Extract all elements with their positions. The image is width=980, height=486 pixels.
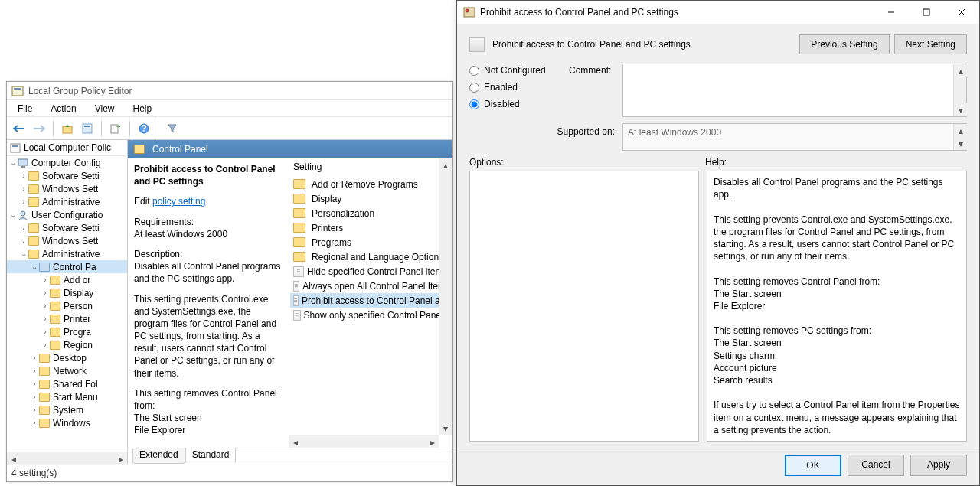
help-label: Help:	[705, 157, 727, 168]
dialog-heading: Prohibit access to Control Panel and PC …	[492, 39, 691, 50]
policy-icon: ≡	[293, 266, 304, 277]
tree-cp-regional[interactable]: Region	[64, 340, 93, 351]
tree-uc-software[interactable]: Software Setti	[42, 223, 100, 233]
dialog-icon	[463, 6, 475, 18]
svg-rect-3	[83, 124, 92, 133]
svg-point-12	[21, 211, 25, 216]
list-item[interactable]: Personalization	[290, 206, 450, 220]
policy-root-icon	[10, 142, 21, 153]
policy-icon: ≡	[293, 310, 301, 321]
list-item[interactable]: Programs	[290, 235, 450, 250]
tree-desktop[interactable]: Desktop	[53, 353, 87, 364]
svg-rect-1	[14, 88, 21, 90]
desc-d1: Disables all Control Panel programs and …	[134, 260, 283, 285]
list-item[interactable]: ≡Hide specified Control Panel items	[290, 264, 450, 279]
export-button[interactable]	[106, 119, 125, 138]
tree-cp-add[interactable]: Add or	[64, 275, 90, 285]
list-item[interactable]: ≡Always open All Control Panel Items	[290, 279, 450, 293]
detail-title: Control Panel	[152, 144, 208, 155]
tree-uc-windows[interactable]: Windows Sett	[42, 236, 98, 246]
maximize-button[interactable]	[909, 1, 944, 24]
status-bar: 4 setting(s)	[7, 465, 452, 481]
list-item[interactable]: Add or Remove Programs	[290, 177, 450, 191]
tree-user-config[interactable]: User Configuratio	[31, 210, 103, 220]
tree-system[interactable]: System	[53, 405, 83, 416]
user-icon	[18, 210, 28, 220]
radio-not-configured[interactable]: Not Configured	[469, 65, 569, 76]
filter-button[interactable]	[163, 119, 181, 138]
svg-text:?: ?	[141, 123, 146, 134]
svg-rect-10	[18, 159, 28, 165]
menu-help[interactable]: Help	[126, 102, 160, 116]
menu-action[interactable]: Action	[43, 102, 83, 116]
comment-textarea[interactable]: ▴▾	[622, 64, 967, 117]
options-pane	[469, 171, 699, 442]
tree-h-scrollbar[interactable]: ◂▸	[7, 452, 127, 465]
list-item[interactable]: Regional and Language Options	[290, 250, 450, 264]
list-h-scrollbar[interactable]: ◂▸	[289, 435, 439, 448]
properties-button[interactable]	[78, 119, 96, 138]
svg-rect-4	[84, 126, 90, 127]
tab-standard[interactable]: Standard	[185, 448, 237, 464]
tree-uc-admin[interactable]: Administrative	[42, 249, 100, 259]
tree-computer-config[interactable]: Computer Config	[31, 158, 101, 168]
gpe-menubar: File Action View Help	[7, 100, 452, 117]
tab-extended[interactable]: Extended	[132, 448, 185, 464]
list-v-scrollbar[interactable]: ▴▾	[439, 158, 452, 435]
desc-req: At least Windows 2000	[134, 228, 283, 240]
apply-button[interactable]: Apply	[910, 455, 967, 476]
gpe-window: Local Group Policy Editor File Action Vi…	[6, 81, 453, 482]
desc-d4: The Start screen	[134, 412, 283, 424]
svg-point-14	[466, 9, 469, 12]
svg-rect-0	[12, 86, 23, 96]
folder-icon	[293, 208, 305, 218]
tree-network[interactable]: Network	[53, 366, 87, 377]
edit-policy-link[interactable]: policy setting	[152, 196, 205, 207]
tree-control-panel[interactable]: Control Pa	[53, 262, 96, 272]
menu-file[interactable]: File	[10, 102, 40, 116]
svg-rect-11	[21, 166, 25, 168]
tree-root-label: Local Computer Polic	[24, 142, 111, 153]
up-button[interactable]	[58, 119, 77, 138]
tree-cp-programs[interactable]: Progra	[64, 327, 91, 338]
next-setting-button[interactable]: Next Setting	[894, 34, 967, 54]
policy-dialog: Prohibit access to Control Panel and PC …	[456, 0, 980, 486]
menu-view[interactable]: View	[87, 102, 122, 116]
list-item[interactable]: ≡Show only specified Control Panel it	[290, 308, 450, 322]
list-item[interactable]: Display	[290, 191, 450, 206]
dialog-title: Prohibit access to Control Panel and PC …	[480, 7, 678, 18]
detail-tabs: Extended Standard	[128, 448, 452, 465]
tree-root[interactable]: Local Computer Polic	[7, 140, 127, 156]
desc-title: Prohibit access to Control Panel and PC …	[134, 164, 276, 187]
back-button[interactable]	[10, 119, 28, 138]
tree-cp-display[interactable]: Display	[64, 288, 93, 298]
minimize-button[interactable]	[874, 1, 909, 24]
cancel-button[interactable]: Cancel	[848, 455, 904, 476]
list-item[interactable]: Printers	[290, 220, 450, 235]
detail-pane: Control Panel Prohibit access to Control…	[128, 140, 452, 465]
tree-cc-admin[interactable]: Administrative	[42, 197, 100, 207]
tree-cp-printers[interactable]: Printer	[64, 314, 90, 325]
list-item-selected[interactable]: ≡Prohibit access to Control Panel and	[290, 293, 450, 308]
tree-shared-folders[interactable]: Shared Fol	[53, 379, 98, 390]
folder-icon	[293, 237, 305, 247]
help-button[interactable]: ?	[135, 119, 153, 138]
tree-cc-software[interactable]: Software Setti	[42, 171, 100, 181]
settings-list[interactable]: Setting Add or Remove Programs Display P…	[289, 158, 452, 448]
tree-cc-windows[interactable]: Windows Sett	[42, 184, 98, 194]
desc-d3: This setting removes Control Panel from:	[134, 387, 283, 412]
radio-enabled[interactable]: Enabled	[469, 82, 569, 93]
svg-rect-16	[923, 9, 929, 15]
tree-start-menu[interactable]: Start Menu	[53, 392, 98, 403]
nav-tree[interactable]: Local Computer Polic ⌄Computer Config ›S…	[7, 140, 128, 465]
list-header-setting[interactable]: Setting	[289, 158, 452, 177]
close-button[interactable]	[944, 1, 979, 24]
tree-windows-components[interactable]: Windows	[53, 418, 90, 429]
previous-setting-button[interactable]: Previous Setting	[799, 34, 889, 54]
radio-disabled[interactable]: Disabled	[469, 99, 569, 109]
forward-button[interactable]	[30, 119, 48, 138]
ok-button[interactable]: OK	[785, 455, 841, 476]
policy-icon: ≡	[293, 295, 299, 306]
tree-cp-pers[interactable]: Person	[64, 301, 93, 311]
dialog-titlebar: Prohibit access to Control Panel and PC …	[457, 1, 979, 24]
